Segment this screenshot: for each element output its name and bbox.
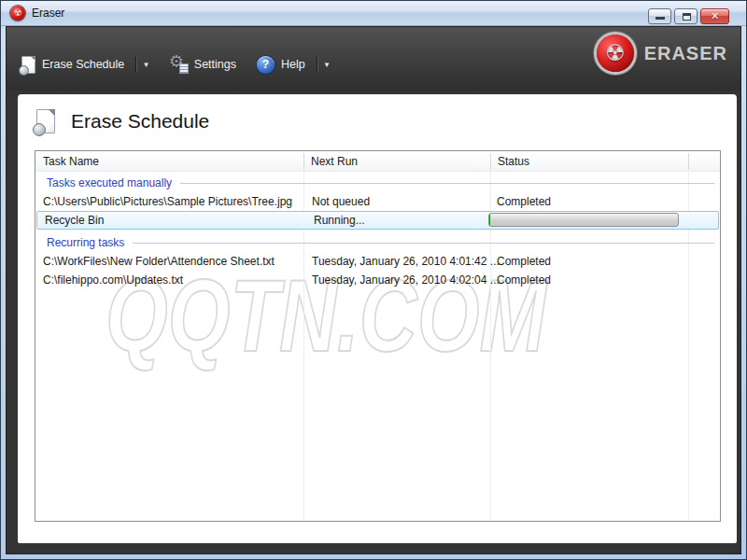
window-title: Eraser (32, 7, 64, 20)
erase-schedule-label: Erase Schedule (42, 58, 124, 71)
table-header: Task Name Next Run Status (35, 151, 720, 172)
progress-bar (488, 213, 679, 227)
help-icon: ? (257, 56, 275, 74)
toolbar-separator (135, 57, 136, 72)
help-label: Help (281, 58, 305, 71)
gear-icon: ⚙ (169, 55, 188, 74)
progress-bar-fill (489, 214, 490, 227)
toolbar: Erase Schedule ▾ ⚙ Settings ? Help ▾ ☢ E… (7, 27, 740, 91)
app-radiation-icon: ☢ (10, 6, 25, 21)
help-menu-button[interactable]: ? Help ▾ (257, 56, 329, 74)
erase-schedule-page-icon (36, 109, 55, 133)
next-run-cell: Not queued (312, 192, 370, 211)
app-surface: Erase Schedule ▾ ⚙ Settings ? Help ▾ ☢ E… (6, 26, 741, 554)
radiation-logo-icon: ☢ (597, 35, 634, 72)
minimize-button[interactable] (648, 8, 671, 24)
status-cell: Completed (497, 271, 551, 289)
table-row[interactable]: C:\Users\Public\Pictures\Sample Pictures… (35, 192, 720, 211)
settings-button[interactable]: ⚙ Settings (169, 55, 236, 74)
settings-label: Settings (194, 58, 236, 71)
column-header-task-name[interactable]: Task Name (35, 151, 303, 172)
column-header-extra[interactable] (688, 151, 720, 172)
table-row[interactable]: C:\filehippo.com\Updates.txt Tuesday, Ja… (35, 271, 720, 289)
status-cell: Completed (497, 252, 551, 271)
page-title: Erase Schedule (71, 110, 209, 133)
close-icon: ✕ (701, 9, 728, 23)
chevron-down-icon[interactable]: ▾ (325, 60, 330, 69)
close-button[interactable]: ✕ (700, 8, 729, 24)
erase-schedule-icon (21, 56, 35, 74)
group-divider-line (133, 243, 714, 244)
task-name-cell: C:\Users\Public\Pictures\Sample Pictures… (43, 192, 292, 211)
table-body: Tasks executed manually C:\Users\Public\… (35, 172, 720, 521)
next-run-cell: Running... (314, 211, 365, 230)
task-name-cell: C:\WorkFiles\New Folder\Attendence Sheet… (43, 252, 275, 271)
group-label: Tasks executed manually (47, 174, 172, 192)
content-panel: Erase Schedule QQTN.COM Task Name Next R… (18, 94, 737, 543)
chevron-down-icon[interactable]: ▾ (144, 60, 148, 69)
status-cell: Completed (497, 192, 551, 211)
table-row[interactable]: C:\WorkFiles\New Folder\Attendence Sheet… (35, 252, 720, 271)
maximize-icon (683, 13, 691, 21)
toolbar-separator (317, 57, 317, 72)
brand-area: ☢ ERASER (597, 35, 727, 72)
group-header-manual: Tasks executed manually (35, 174, 720, 192)
erase-schedule-menu-button[interactable]: Erase Schedule ▾ (21, 56, 148, 74)
maximize-button[interactable] (674, 8, 698, 24)
group-divider-line (180, 183, 714, 184)
page-heading: Erase Schedule (36, 109, 209, 133)
group-header-recurring: Recurring tasks (35, 233, 720, 252)
task-table: Task Name Next Run Status Tasks executed… (35, 150, 721, 522)
column-header-status[interactable]: Status (490, 151, 688, 172)
next-run-cell: Tuesday, January 26, 2010 4:02:04 ... (312, 271, 500, 289)
minimize-icon (655, 17, 665, 20)
window-controls: ✕ (648, 8, 729, 24)
table-row-selected[interactable]: Recycle Bin Running... (36, 211, 719, 230)
group-label: Recurring tasks (47, 233, 124, 252)
task-name-cell: Recycle Bin (45, 211, 104, 230)
title-bar: ☢ Eraser ✕ (1, 1, 746, 26)
next-run-cell: Tuesday, January 26, 2010 4:01:42 ... (312, 252, 500, 271)
task-name-cell: C:\filehippo.com\Updates.txt (43, 271, 183, 289)
brand-wordmark: ERASER (644, 43, 727, 64)
column-header-next-run[interactable]: Next Run (303, 151, 490, 172)
eraser-window: ☢ Eraser ✕ Erase Schedule ▾ ⚙ Settings (0, 0, 747, 560)
